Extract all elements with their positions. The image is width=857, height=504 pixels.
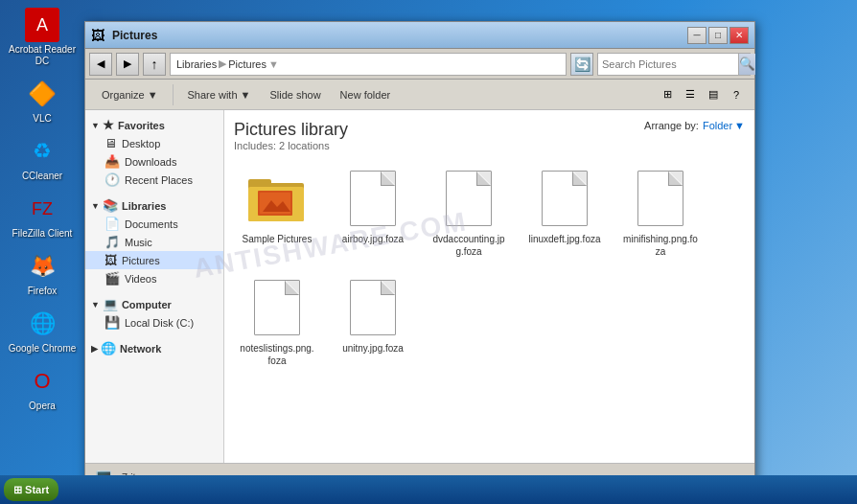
- file-label-sample-pictures: Sample Pictures: [243, 233, 313, 245]
- opera-label: Opera: [29, 401, 56, 412]
- ccleaner-icon[interactable]: ♻ CCleaner: [6, 134, 79, 182]
- explorer-window: 🖼 Pictures ─ □ ✕ ◀ ▶ ↑ Libraries ▶ Pictu…: [84, 21, 755, 491]
- maximize-button[interactable]: □: [708, 27, 728, 44]
- file-item-sample-pictures[interactable]: Sample Pictures: [234, 163, 320, 263]
- library-header: Pictures library Includes: 2 locations A…: [234, 120, 745, 151]
- file-label-unitny: unitny.jpg.foza: [342, 342, 404, 355]
- view-btn-3[interactable]: ▤: [703, 84, 724, 105]
- sidebar-videos-label: Videos: [125, 273, 156, 285]
- firefox-icon[interactable]: 🦊 Firefox: [6, 249, 79, 297]
- file-item-unitny[interactable]: unitny.jpg.foza: [330, 272, 416, 372]
- libraries-icon-sidebar: 📚: [103, 198, 118, 213]
- sidebar-downloads-label: Downloads: [125, 156, 176, 168]
- recent-icon: 🕐: [104, 172, 120, 187]
- arrange-button[interactable]: Folder ▼: [703, 120, 745, 131]
- chrome-icon[interactable]: 🌐 Google Chrome: [6, 307, 79, 355]
- arrange-by: Arrange by: Folder ▼: [644, 120, 745, 131]
- search-button[interactable]: 🔍: [738, 54, 755, 75]
- sidebar-local-disk-label: Local Disk (C:): [125, 317, 194, 329]
- minimize-button[interactable]: ─: [687, 27, 706, 44]
- search-input[interactable]: [598, 58, 738, 70]
- toolbar: Organize ▼ Share with ▼ Slide show New f…: [85, 80, 754, 110]
- favorites-label: Favorites: [118, 120, 165, 131]
- library-info: Pictures library Includes: 2 locations: [234, 120, 348, 151]
- documents-icon: 📄: [104, 217, 120, 231]
- back-button[interactable]: ◀: [89, 53, 112, 76]
- slideshow-button[interactable]: Slide show: [261, 82, 329, 107]
- pictures-icon-sidebar: 🖼: [104, 253, 117, 267]
- sidebar-item-recent[interactable]: 🕐 Recent Places: [85, 171, 223, 189]
- view-btn-2[interactable]: ☰: [680, 84, 701, 105]
- libraries-section: ▼ 📚 Libraries 📄 Documents 🎵 Music 🖼: [85, 196, 223, 287]
- start-button[interactable]: ⊞ Start: [4, 478, 58, 501]
- sidebar-desktop-label: Desktop: [122, 138, 160, 149]
- libraries-header[interactable]: ▼ 📚 Libraries: [85, 196, 223, 215]
- organize-button[interactable]: Organize ▼: [93, 82, 167, 107]
- libraries-arrow-icon: ▼: [91, 201, 100, 211]
- file-item-minifishing[interactable]: minifishing.png.foza: [617, 163, 704, 263]
- acrobat-icon[interactable]: A Acrobat Reader DC: [6, 8, 79, 67]
- breadcrumb-arrow: ▼: [268, 58, 279, 70]
- sidebar-pictures-label: Pictures: [122, 255, 160, 266]
- network-header[interactable]: ▶ 🌐 Network: [85, 339, 223, 357]
- file-label-linuxdeft: linuxdeft.jpg.foza: [528, 233, 600, 245]
- file-label-noteslistings: noteslistings.png.foza: [239, 342, 315, 367]
- favorites-arrow-icon: ▼: [91, 121, 100, 130]
- slideshow-label: Slide show: [269, 89, 320, 101]
- help-button[interactable]: ?: [726, 84, 747, 105]
- favorites-section: ▼ ★ Favorites 🖥 Desktop 📥 Downloads 🕐: [85, 116, 223, 189]
- sidebar-item-local-disk[interactable]: 💾 Local Disk (C:): [85, 313, 223, 332]
- filezilla-label: FileZilla Client: [12, 228, 73, 240]
- computer-icon-sidebar: 💻: [103, 297, 118, 311]
- taskbar: ⊞ Start: [0, 475, 857, 504]
- local-disk-icon: 💾: [104, 315, 120, 330]
- file-icon-dvdaccounting: [438, 168, 499, 229]
- filezilla-icon[interactable]: FZ FileZilla Client: [6, 192, 79, 240]
- content-area: ▼ ★ Favorites 🖥 Desktop 📥 Downloads 🕐: [85, 110, 754, 463]
- up-button[interactable]: ↑: [143, 53, 166, 76]
- share-button[interactable]: Share with ▼: [179, 82, 260, 107]
- breadcrumb-pictures: Pictures: [228, 58, 266, 70]
- toolbar-sep1: [173, 84, 174, 105]
- arrange-label: Arrange by:: [644, 120, 699, 131]
- computer-header[interactable]: ▼ 💻 Computer: [85, 295, 223, 313]
- file-item-airboy[interactable]: airboy.jpg.foza: [330, 163, 416, 263]
- vlc-label: VLC: [33, 113, 51, 125]
- computer-arrow-icon: ▼: [91, 300, 100, 309]
- file-item-noteslistings[interactable]: noteslistings.png.foza: [234, 272, 320, 372]
- sidebar-item-documents[interactable]: 📄 Documents: [85, 215, 223, 233]
- chrome-label: Google Chrome: [9, 343, 77, 355]
- window-title: Pictures: [112, 29, 687, 42]
- sidebar-item-pictures[interactable]: 🖼 Pictures: [85, 251, 223, 269]
- refresh-button[interactable]: 🔄: [570, 53, 593, 76]
- folder-sample-pictures-icon: [246, 168, 308, 229]
- libraries-label: Libraries: [122, 200, 166, 212]
- file-label-airboy: airboy.jpg.foza: [342, 233, 404, 245]
- search-bar: 🔍: [597, 53, 751, 76]
- new-folder-button[interactable]: New folder: [332, 82, 400, 107]
- acrobat-label: Acrobat Reader DC: [6, 44, 79, 67]
- forward-button[interactable]: ▶: [116, 53, 139, 76]
- sidebar-item-downloads[interactable]: 📥 Downloads: [85, 152, 223, 171]
- desktop-icons: A Acrobat Reader DC 🔶 VLC ♻ CCleaner FZ …: [0, 0, 84, 504]
- view-controls: ⊞ ☰ ▤ ?: [657, 84, 747, 105]
- file-icon-linuxdeft: [534, 168, 595, 229]
- vlc-icon[interactable]: 🔶 VLC: [6, 77, 79, 125]
- sidebar-item-desktop[interactable]: 🖥 Desktop: [85, 134, 223, 152]
- sidebar-recent-label: Recent Places: [125, 174, 193, 186]
- close-button[interactable]: ✕: [730, 27, 749, 44]
- view-btn-1[interactable]: ⊞: [657, 84, 678, 105]
- file-label-dvdaccounting: dvdaccounting.jpg.foza: [430, 233, 507, 258]
- opera-icon[interactable]: O Opera: [6, 364, 79, 412]
- file-icon-unitny: [342, 277, 404, 338]
- file-item-linuxdeft[interactable]: linuxdeft.jpg.foza: [521, 163, 608, 263]
- file-icon-noteslistings: [246, 277, 308, 338]
- computer-label: Computer: [122, 299, 172, 310]
- favorites-header[interactable]: ▼ ★ Favorites: [85, 116, 223, 134]
- breadcrumb[interactable]: Libraries ▶ Pictures ▼: [170, 53, 567, 76]
- sidebar-item-music[interactable]: 🎵 Music: [85, 233, 223, 251]
- breadcrumb-libraries: Libraries: [176, 58, 217, 70]
- sidebar-item-videos[interactable]: 🎬 Videos: [85, 269, 223, 287]
- title-bar: 🖼 Pictures ─ □ ✕: [85, 22, 754, 49]
- file-item-dvdaccounting[interactable]: dvdaccounting.jpg.foza: [426, 163, 512, 263]
